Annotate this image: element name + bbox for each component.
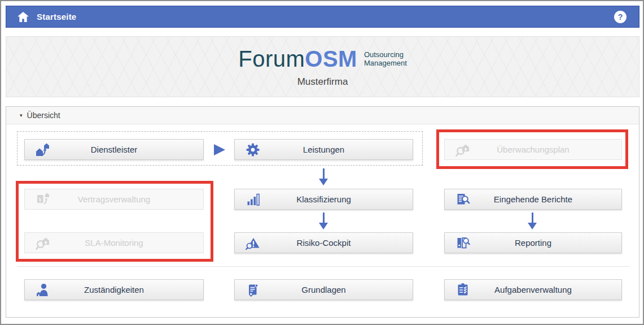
brand-name-primary: Forum <box>238 46 305 72</box>
person-house-icon <box>35 282 51 298</box>
tile-label: Vertragsverwaltung <box>78 194 150 204</box>
flow-arrow-right-icon <box>214 144 225 155</box>
bar-chart-icon <box>245 192 261 207</box>
app-window: Startseite ? ForumOSM Outsourcing Manage… <box>0 0 644 325</box>
tagline-line2: Management <box>364 59 407 67</box>
tile-aufgabenverwaltung[interactable]: Aufgabenverwaltung <box>444 279 622 300</box>
tile-label: Reporting <box>515 238 551 248</box>
tile-vertragsverwaltung: § Vertragsverwaltung <box>24 189 204 210</box>
tile-risiko-cockpit[interactable]: Risiko-Cockpit <box>234 232 413 253</box>
page-title: Startseite <box>37 12 76 21</box>
tile-label: Zuständigkeiten <box>84 285 144 294</box>
tile-grundlagen[interactable]: Grundlagen <box>234 279 413 300</box>
tile-label: SLA-Monitoring <box>85 238 143 248</box>
contract-paragraph-icon: § <box>35 192 51 207</box>
binder-search-icon <box>455 235 471 251</box>
scroll-document-icon <box>245 282 261 298</box>
logo-banner: ForumOSM Outsourcing Management Musterfi… <box>6 36 639 97</box>
company-name: Musterfirma <box>297 76 348 88</box>
tile-leistungen[interactable]: Leistungen <box>234 139 413 160</box>
tile-reporting[interactable]: Reporting <box>444 232 622 253</box>
svg-text:§: § <box>38 196 41 202</box>
home-icon[interactable] <box>16 10 30 24</box>
collapse-arrow-icon: ▾ <box>20 112 23 118</box>
flow-arrow-down-icon <box>528 213 537 229</box>
brand-logo: ForumOSM Outsourcing Management <box>238 46 407 72</box>
tile-label: Leistungen <box>303 145 344 154</box>
brand-name-secondary: OSM <box>305 46 357 72</box>
tile-label: Risiko-Cockpit <box>297 238 351 248</box>
tile-zustaendigkeiten[interactable]: Zuständigkeiten <box>24 279 204 300</box>
help-icon[interactable]: ? <box>614 11 627 23</box>
tile-eingehende-berichte[interactable]: Eingehende Berichte <box>444 189 622 210</box>
flow-arrow-down-icon <box>319 213 328 229</box>
tile-label: Überwachungsplan <box>497 145 569 154</box>
section-header-uebersicht[interactable]: ▾ Übersicht <box>6 107 639 124</box>
tile-label: Eingehende Berichte <box>494 194 572 204</box>
tile-label: Grundlagen <box>301 285 345 294</box>
tile-klassifizierung[interactable]: Klassifizierung <box>234 189 413 210</box>
outsourcing-houses-icon <box>35 142 51 158</box>
tile-dienstleister[interactable]: Dienstleister <box>24 139 204 160</box>
section-divider <box>17 266 629 267</box>
search-house-icon <box>35 235 51 251</box>
section-title: Übersicht <box>27 111 60 120</box>
gear-icon <box>245 142 261 158</box>
tile-sla-monitoring: SLA-Monitoring <box>24 232 204 253</box>
tile-label: Dienstleister <box>91 145 138 154</box>
brand-tagline: Outsourcing Management <box>364 50 407 68</box>
clipboard-check-icon <box>455 282 471 298</box>
tile-label: Aufgabenverwaltung <box>494 285 572 294</box>
tile-label: Klassifizierung <box>296 194 351 204</box>
flow-arrow-down-icon <box>319 168 328 185</box>
tagline-line1: Outsourcing <box>364 50 407 59</box>
tile-ueberwachungsplan: Überwachungsplan <box>444 139 622 160</box>
report-search-icon <box>455 192 471 207</box>
risk-warning-search-icon <box>245 235 261 251</box>
search-house-icon <box>455 142 471 158</box>
top-navigation-bar: Startseite ? <box>6 6 639 28</box>
